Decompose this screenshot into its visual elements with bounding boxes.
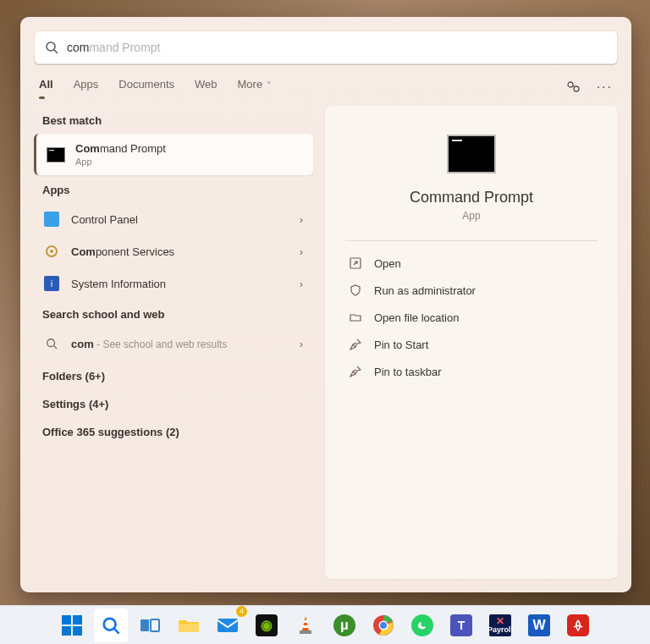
svg-point-2	[568, 82, 573, 87]
taskbar-nvidia[interactable]: ◉	[250, 608, 284, 642]
tab-all[interactable]: All	[39, 78, 53, 96]
best-match-title: Command Prompt	[75, 142, 166, 155]
folder-icon	[349, 311, 362, 324]
svg-rect-14	[179, 624, 199, 632]
action-open-file-location[interactable]: Open file location	[345, 304, 598, 331]
tab-web[interactable]: Web	[195, 78, 218, 96]
action-label: Pin to taskbar	[374, 366, 442, 378]
preview-subtitle: App	[345, 210, 598, 222]
taskbar-teams[interactable]: T	[444, 608, 478, 642]
search-icon	[102, 616, 120, 635]
section-apps: Apps	[34, 175, 313, 203]
command-prompt-icon-large	[447, 135, 496, 173]
best-match-item[interactable]: Command Prompt App	[34, 134, 313, 175]
svg-rect-12	[140, 619, 149, 631]
more-options-icon[interactable]: ···	[597, 80, 613, 95]
tab-more[interactable]: More ˅	[238, 78, 271, 96]
action-label: Run as administrator	[374, 284, 476, 297]
svg-line-11	[114, 629, 119, 634]
acrobat-icon	[567, 614, 589, 636]
filter-tabs-row: All Apps Documents Web More ˅ ···	[20, 64, 631, 102]
svg-rect-15	[218, 619, 238, 632]
taskbar-start[interactable]	[55, 608, 89, 642]
chevron-right-icon: ›	[300, 278, 303, 290]
list-item-label: System Information	[71, 278, 288, 290]
search-options-icon[interactable]	[566, 80, 581, 94]
taskbar-payroll[interactable]: ✕Payroll	[483, 608, 517, 642]
taskbar-utorrent[interactable]: μ	[328, 608, 361, 642]
pin-icon	[349, 365, 362, 378]
section-search-web: Search school and web	[34, 300, 313, 328]
taskbar-whatsapp[interactable]	[405, 608, 439, 642]
list-item-label: Component Services	[71, 245, 288, 258]
preview-title: Command Prompt	[345, 189, 598, 206]
task-view-icon	[139, 614, 161, 636]
web-search-result[interactable]: com - See school and web results ›	[34, 328, 313, 360]
taskbar-vlc[interactable]	[289, 608, 322, 642]
search-icon	[44, 336, 59, 351]
start-search-panel: command Prompt All Apps Documents Web Mo…	[20, 17, 631, 592]
action-run-as-admin[interactable]: Run as administrator	[345, 277, 598, 304]
results-column: Best match Command Prompt App Apps Contr…	[34, 106, 313, 579]
svg-point-0	[47, 42, 55, 51]
search-box[interactable]: command Prompt	[34, 30, 618, 64]
chevron-right-icon: ›	[300, 213, 303, 226]
chevron-right-icon: ›	[300, 245, 303, 258]
utorrent-icon: μ	[333, 614, 355, 636]
taskbar-search[interactable]	[94, 608, 128, 642]
search-input-text: command Prompt	[67, 41, 161, 54]
chevron-right-icon: ›	[300, 338, 303, 350]
svg-line-4	[573, 85, 575, 87]
chrome-icon	[372, 614, 394, 636]
tab-apps[interactable]: Apps	[74, 78, 99, 96]
action-label: Open	[374, 257, 401, 270]
control-panel-icon	[44, 212, 59, 227]
command-prompt-icon	[47, 147, 65, 162]
vlc-icon	[295, 614, 317, 636]
action-pin-to-taskbar[interactable]: Pin to taskbar	[345, 358, 598, 385]
taskbar-mail[interactable]: 4	[211, 608, 245, 642]
action-pin-to-start[interactable]: Pin to Start	[345, 331, 598, 358]
taskbar-task-view[interactable]	[133, 608, 167, 642]
svg-rect-17	[303, 625, 308, 628]
app-result-control-panel[interactable]: Control Panel ›	[34, 203, 313, 235]
component-services-icon	[44, 244, 59, 259]
taskbar-acrobat[interactable]	[561, 608, 595, 642]
open-icon	[349, 256, 362, 270]
mail-icon	[217, 614, 239, 636]
category-office-suggestions[interactable]: Office 365 suggestions (2)	[34, 416, 313, 443]
preview-pane: Command Prompt App Open Run as administr…	[325, 106, 618, 579]
taskbar-word[interactable]: W	[522, 608, 556, 642]
list-item-label: Control Panel	[71, 213, 288, 226]
category-settings[interactable]: Settings (4+)	[34, 388, 313, 416]
divider	[345, 240, 598, 241]
svg-point-21	[380, 622, 387, 629]
svg-line-1	[54, 50, 58, 53]
category-folders[interactable]: Folders (6+)	[34, 360, 313, 388]
whatsapp-icon	[411, 614, 433, 636]
svg-point-6	[50, 250, 53, 253]
taskbar-file-explorer[interactable]	[172, 608, 206, 642]
section-best-match: Best match	[34, 106, 313, 134]
svg-rect-16	[304, 620, 307, 623]
app-result-component-services[interactable]: Component Services ›	[34, 235, 313, 267]
shield-icon	[349, 283, 362, 297]
action-open[interactable]: Open	[345, 250, 598, 277]
svg-line-8	[54, 346, 58, 350]
svg-point-7	[47, 339, 55, 347]
app-result-system-information[interactable]: i System Information ›	[34, 267, 313, 300]
list-item-label: com - See school and web results	[71, 338, 288, 350]
action-label: Pin to Start	[374, 339, 428, 351]
search-icon	[45, 41, 58, 54]
system-info-icon: i	[44, 276, 59, 291]
folder-icon	[178, 614, 200, 636]
action-label: Open file location	[374, 311, 459, 324]
word-icon: W	[528, 614, 550, 636]
badge: 4	[236, 606, 247, 617]
tab-documents[interactable]: Documents	[118, 78, 174, 96]
taskbar-chrome[interactable]	[366, 608, 400, 642]
nvidia-icon: ◉	[256, 614, 278, 636]
pin-icon	[349, 338, 362, 351]
svg-rect-18	[300, 630, 311, 634]
chevron-down-icon: ˅	[264, 80, 271, 90]
